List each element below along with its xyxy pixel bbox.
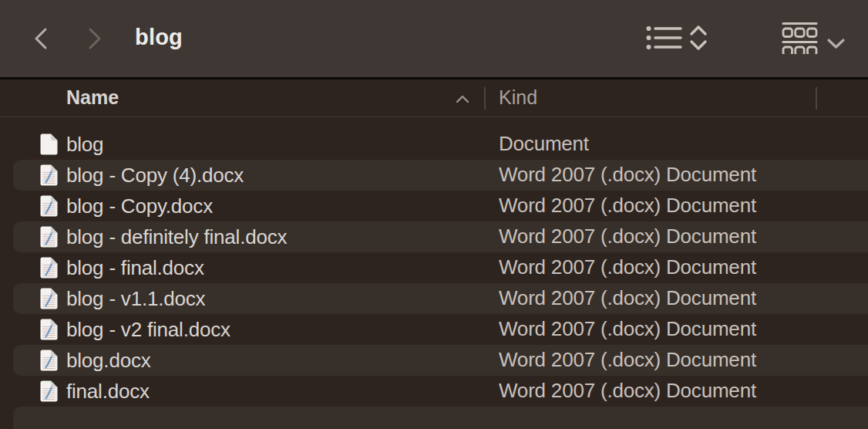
file-name: blog - definitely final.docx xyxy=(66,225,287,249)
file-row[interactable]: blog - v1.1.docx Word 2007 (.docx) Docum… xyxy=(0,283,868,314)
word-document-icon xyxy=(40,226,58,248)
toolbar: blog xyxy=(0,0,868,77)
word-document-icon xyxy=(40,257,58,279)
file-row[interactable]: blog - final.docx Word 2007 (.docx) Docu… xyxy=(0,252,868,283)
word-document-icon xyxy=(40,195,58,217)
file-row[interactable]: blog Document xyxy=(0,129,868,160)
file-kind: Word 2007 (.docx) Document xyxy=(499,255,756,279)
file-kind: Word 2007 (.docx) Document xyxy=(499,225,756,248)
grouped-grid-icon xyxy=(782,22,818,54)
sort-ascending-icon xyxy=(455,94,470,104)
bulleted-list-icon xyxy=(646,25,683,51)
file-kind: Word 2007 (.docx) Document xyxy=(499,317,756,341)
file-name: blog - Copy (4).docx xyxy=(66,164,244,187)
file-row[interactable]: blog - Copy (4).docx Word 2007 (.docx) D… xyxy=(0,160,868,191)
file-name: blog - v1.1.docx xyxy=(66,287,205,311)
file-list: blog Document xyxy=(0,117,868,429)
word-document-icon xyxy=(40,319,58,340)
file-name: blog.docx xyxy=(66,349,151,373)
column-divider[interactable] xyxy=(816,87,817,110)
column-header-row: Name Kind xyxy=(0,79,868,117)
chevron-left-icon xyxy=(33,27,49,50)
word-document-icon xyxy=(40,164,58,186)
finder-window: blog xyxy=(0,0,868,429)
file-kind: Document xyxy=(499,132,589,156)
empty-row xyxy=(0,407,868,429)
file-kind: Word 2007 (.docx) Document xyxy=(499,379,756,403)
file-row[interactable]: blog.docx Word 2007 (.docx) Document xyxy=(0,345,868,376)
column-header-name[interactable]: Name xyxy=(66,86,119,109)
chevron-right-icon xyxy=(87,27,103,50)
group-view-button[interactable] xyxy=(782,22,846,54)
file-name: blog - final.docx xyxy=(66,256,204,280)
file-name: final.docx xyxy=(66,380,150,404)
file-row[interactable]: blog - v2 final.docx Word 2007 (.docx) D… xyxy=(0,314,868,345)
file-row[interactable]: blog - Copy.docx Word 2007 (.docx) Docum… xyxy=(0,191,868,221)
list-sort-button[interactable] xyxy=(646,24,708,52)
forward-button[interactable] xyxy=(85,25,105,52)
column-divider[interactable] xyxy=(484,87,486,110)
file-name: blog - Copy.docx xyxy=(66,194,213,218)
window-title: blog xyxy=(135,25,183,50)
file-row[interactable]: final.docx Word 2007 (.docx) Document xyxy=(0,376,868,407)
back-button[interactable] xyxy=(31,25,51,52)
column-header-kind[interactable]: Kind xyxy=(499,86,537,109)
file-kind: Word 2007 (.docx) Document xyxy=(499,348,756,372)
word-document-icon xyxy=(40,380,58,402)
file-kind: Word 2007 (.docx) Document xyxy=(499,163,756,187)
file-row[interactable]: blog - definitely final.docx Word 2007 (… xyxy=(0,221,868,252)
word-document-icon xyxy=(40,350,58,371)
file-kind: Word 2007 (.docx) Document xyxy=(499,286,756,310)
file-name: blog - v2 final.docx xyxy=(66,318,230,342)
word-document-icon xyxy=(40,288,58,309)
generic-document-icon xyxy=(40,133,58,155)
chevron-down-icon xyxy=(826,38,846,49)
file-kind: Word 2007 (.docx) Document xyxy=(499,194,756,218)
file-name: blog xyxy=(66,133,103,157)
sort-arrows-icon xyxy=(688,24,708,52)
